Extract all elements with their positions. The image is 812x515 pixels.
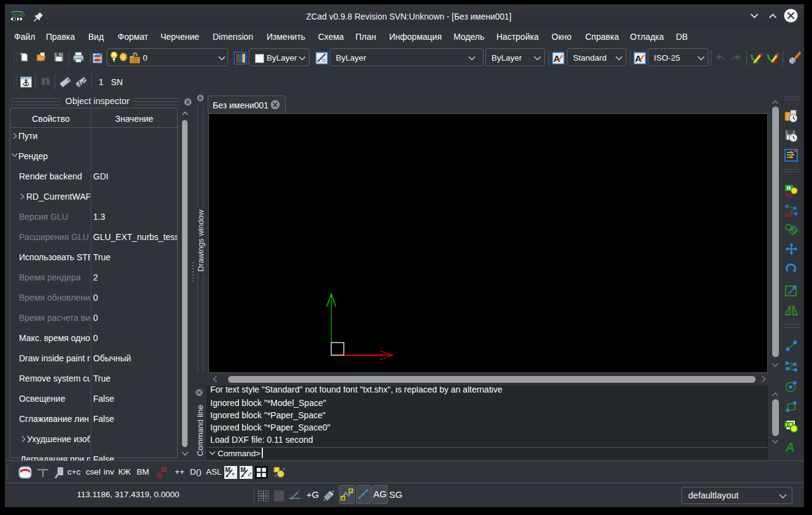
svg-text:3: 3 bbox=[289, 494, 292, 498]
svg-text:M: M bbox=[226, 467, 230, 473]
svg-text:A: A bbox=[785, 440, 794, 454]
svg-text:M: M bbox=[77, 80, 84, 87]
svg-text:ED: ED bbox=[785, 192, 792, 198]
svg-text:2: 2 bbox=[297, 489, 300, 493]
svg-text:*: * bbox=[232, 472, 235, 479]
svg-text:M: M bbox=[241, 467, 246, 473]
svg-text:ZCAD: ZCAD bbox=[12, 12, 25, 18]
svg-text:ED: ED bbox=[785, 212, 792, 218]
